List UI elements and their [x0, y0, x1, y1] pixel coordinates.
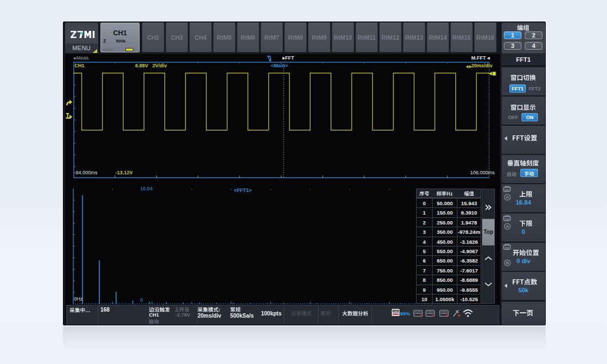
svg-text:SSD: SSD	[393, 310, 398, 313]
